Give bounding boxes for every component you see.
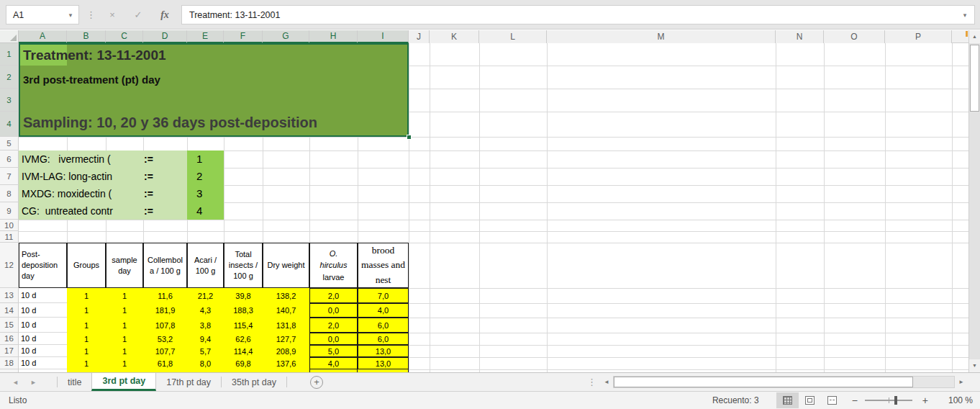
cell[interactable]: 115,4	[224, 318, 263, 333]
column-header-G[interactable]: G	[263, 30, 309, 43]
cell[interactable]: 0,0	[309, 333, 358, 345]
column-header-H[interactable]: H	[309, 30, 358, 43]
cell[interactable]: 11,6	[143, 288, 187, 303]
column-header-E[interactable]: E	[187, 30, 224, 43]
header-post-deposition-day[interactable]: Post-deposition day	[19, 243, 67, 288]
cell[interactable]: 1	[106, 303, 143, 318]
cell[interactable]: 62,6	[224, 333, 263, 345]
cell[interactable]: 4,3	[187, 303, 224, 318]
cell[interactable]: 1	[67, 318, 106, 333]
row-header-10[interactable]: 10	[0, 220, 19, 231]
cell[interactable]: 1	[67, 303, 106, 318]
tab-title[interactable]: title	[58, 373, 91, 391]
cell[interactable]: 0,0	[309, 303, 358, 318]
cell[interactable]: 114,4	[224, 345, 263, 357]
column-header-D[interactable]: D	[143, 30, 187, 43]
cell[interactable]: 13,0	[358, 357, 409, 369]
cell[interactable]: 5,7	[187, 345, 224, 357]
cell[interactable]: 127,7	[263, 333, 309, 345]
row-header-18[interactable]: 18	[0, 357, 19, 369]
cell[interactable]: 10 d	[19, 318, 67, 333]
cell[interactable]: 1	[67, 333, 106, 345]
horizontal-scroll-thumb[interactable]	[614, 377, 913, 387]
cell[interactable]: 2,0	[309, 288, 358, 303]
cell[interactable]: 107,8	[143, 318, 187, 333]
cell[interactable]: 107,7	[143, 345, 187, 357]
cell[interactable]: 9,4	[187, 333, 224, 345]
row-header-4[interactable]: 4	[0, 112, 19, 137]
selection-fill-handle[interactable]	[407, 135, 412, 140]
row-header-2[interactable]: 2	[0, 66, 19, 89]
select-all-button[interactable]	[0, 30, 19, 43]
cell[interactable]: 188,3	[224, 303, 263, 318]
cell[interactable]: 3,8	[187, 318, 224, 333]
cell[interactable]: 61,8	[143, 357, 187, 369]
cell[interactable]: 69,8	[224, 357, 263, 369]
cell[interactable]: 5,0	[309, 345, 358, 357]
header-dry-weight[interactable]: Dry weight	[263, 243, 309, 288]
header-acari[interactable]: Acari / 100 g	[187, 243, 224, 288]
cell[interactable]: 4,0	[309, 357, 358, 369]
cell[interactable]: 1	[106, 318, 143, 333]
cell[interactable]: 1	[106, 357, 143, 369]
split-handle[interactable]	[966, 31, 968, 37]
row-header-12[interactable]: 12	[0, 243, 19, 288]
column-header-O[interactable]: O	[824, 30, 885, 43]
cell[interactable]: 10 d	[19, 288, 67, 303]
header-brood-masses[interactable]: brood masses and nest	[358, 243, 409, 288]
merged-title-cell[interactable]: Treatment: 13-11-2001 3rd post-treatment…	[19, 43, 409, 137]
cell[interactable]: 10 d	[19, 345, 67, 357]
view-page-layout-button[interactable]	[799, 392, 821, 408]
zoom-level[interactable]: 100 %	[940, 395, 973, 405]
row-header-14[interactable]: 14	[0, 303, 19, 318]
cell[interactable]: 10 d	[19, 333, 67, 345]
cell[interactable]: 1	[67, 357, 106, 369]
column-header-J[interactable]: J	[409, 30, 430, 43]
cell[interactable]: 53,2	[143, 333, 187, 345]
zoom-slider[interactable]	[865, 400, 912, 401]
view-normal-button[interactable]	[776, 392, 799, 408]
scroll-down-icon[interactable]: ▼	[969, 359, 980, 372]
cell[interactable]: 138,2	[263, 288, 309, 303]
zoom-in-icon[interactable]: +	[917, 395, 934, 406]
header-collembola[interactable]: Collembola / 100 g	[143, 243, 187, 288]
row-header-6[interactable]: 6	[0, 150, 19, 168]
cell[interactable]: 1	[106, 333, 143, 345]
column-header-C[interactable]: C	[106, 30, 143, 43]
row-header-9[interactable]: 9	[0, 202, 19, 220]
row-header-13[interactable]: 13	[0, 288, 19, 303]
cell[interactable]: 1	[67, 345, 106, 357]
cell[interactable]: 7,0	[358, 288, 409, 303]
cell[interactable]: 2,0	[309, 318, 358, 333]
cell[interactable]: 1	[106, 288, 143, 303]
legend-row[interactable]: IVM-LAG: long-actin := 2	[19, 168, 224, 185]
cell[interactable]: 1	[67, 288, 106, 303]
header-groups[interactable]: Groups	[67, 243, 106, 288]
cell[interactable]: 39,8	[224, 288, 263, 303]
horizontal-scroll-track[interactable]	[613, 376, 955, 388]
row-header-7[interactable]: 7	[0, 168, 19, 185]
row-header-11[interactable]: 11	[0, 231, 19, 243]
cell[interactable]: 181,9	[143, 303, 187, 318]
column-header-N[interactable]: N	[776, 30, 824, 43]
column-header-M[interactable]: M	[547, 30, 776, 43]
cell[interactable]: 4,0	[358, 303, 409, 318]
cell[interactable]: 13,0	[358, 345, 409, 357]
cell[interactable]: 1	[106, 345, 143, 357]
cell[interactable]: 10 d	[19, 357, 67, 369]
cell[interactable]: 10 d	[19, 303, 67, 318]
row-header-8[interactable]: 8	[0, 185, 19, 202]
header-total-insects[interactable]: Total insects / 100 g	[224, 243, 263, 288]
horizontal-scrollbar[interactable]: ◄ ►	[600, 373, 980, 391]
zoom-slider-thumb[interactable]	[894, 396, 897, 405]
tab-35th-pt-day[interactable]: 35th pt day	[222, 373, 286, 391]
cell[interactable]: 6,0	[358, 333, 409, 345]
sheet-nav-next-icon[interactable]: ►	[24, 373, 42, 391]
row-header-16[interactable]: 16	[0, 333, 19, 345]
vertical-scrollbar[interactable]: ▲ ▼	[968, 30, 980, 372]
header-o-hirculus-larvae[interactable]: O. hirculus larvae	[309, 243, 358, 288]
row-header-1[interactable]: 1	[0, 43, 19, 66]
cell[interactable]: 131,8	[263, 318, 309, 333]
add-sheet-button[interactable]: +	[310, 376, 323, 389]
sheet-nav-prev-icon[interactable]: ◄	[6, 373, 24, 391]
